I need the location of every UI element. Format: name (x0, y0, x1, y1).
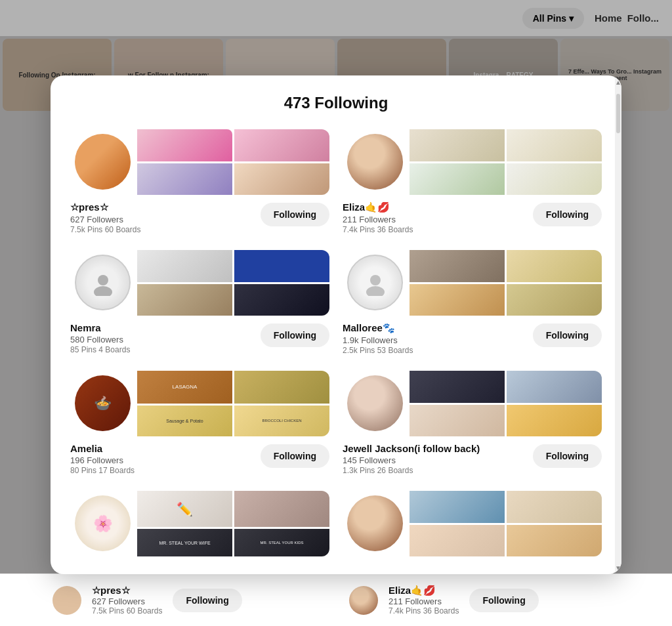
user5-preview-img-4: BROCCOLI CHICKEN (234, 406, 329, 437)
bottom-username-2: Eliza🤙💋 (388, 585, 459, 596)
modal-content[interactable]: ☆pres☆ 627 Followers 7.5k Pins 60 Boards… (51, 123, 621, 574)
user3-preview-img-2 (234, 250, 329, 282)
user6-username: Jewell Jackson(i follow back) (343, 443, 480, 454)
user3-username: Nemra (70, 322, 130, 333)
user6-following-button[interactable]: Following (533, 444, 602, 468)
scrollbar[interactable]: ▲ ▼ (615, 75, 621, 574)
user2-following-button[interactable]: Following (533, 203, 602, 226)
bottom-followers-1: 627 Followers (92, 596, 162, 606)
modal-header: 473 Following (51, 75, 621, 123)
user7-preview-img-1: ✏️ (137, 491, 232, 527)
bottom-user-card-2: Eliza🤙💋 211 Followers 7.4k Pins 36 Board… (349, 585, 620, 616)
bottom-username-1: ☆pres☆ (92, 585, 162, 596)
user5-following-button[interactable]: Following (261, 444, 329, 468)
bottom-stats-2: 7.4k Pins 36 Boards (388, 606, 459, 616)
user-card-7: 🌸 ✏️ MR. STEAL YOUR WIFE MR. STEAL YOUR … (70, 491, 329, 563)
user6-followers: 145 Followers (343, 455, 480, 465)
user-preview-1 (70, 129, 329, 195)
user4-info: Malloree🐾 1.9k Followers 2.5k Pins 53 Bo… (343, 322, 413, 355)
modal-title: 473 Following (284, 94, 388, 112)
user5-preview-img-1: LASAGNA (137, 371, 232, 404)
user4-followers: 1.9k Followers (343, 335, 413, 345)
user-card-4: Malloree🐾 1.9k Followers 2.5k Pins 53 Bo… (343, 250, 602, 355)
user8-avatar (347, 495, 403, 551)
svg-point-2 (370, 275, 381, 285)
user-card-3: Nemra 580 Followers 85 Pins 4 Boards Fol… (70, 250, 329, 355)
user5-info: Amelia 196 Followers 80 Pins 17 Boards (70, 443, 135, 475)
user5-stats: 80 Pins 17 Boards (70, 466, 135, 475)
bottom-following-btn-1[interactable]: Following (173, 589, 242, 612)
scroll-down-arrow[interactable]: ▼ (612, 561, 621, 574)
user1-preview-img-4 (234, 163, 329, 196)
user-preview-2 (343, 129, 602, 195)
user4-preview-img-1 (410, 250, 505, 282)
user6-preview-img-4 (507, 405, 602, 437)
user-preview-7: 🌸 ✏️ MR. STEAL YOUR WIFE MR. STEAL YOUR … (70, 491, 329, 556)
user3-preview-images (137, 250, 329, 316)
bottom-stats-1: 7.5k Pins 60 Boards (92, 606, 162, 616)
user1-preview-img-3 (137, 163, 232, 196)
user4-preview-img-3 (410, 284, 505, 316)
user-card-6: Jewell Jackson(i follow back) 145 Follow… (343, 371, 602, 475)
user2-preview-img-4 (507, 163, 602, 196)
user8-preview-img-1 (410, 491, 505, 523)
user3-preview-img-3 (137, 284, 232, 316)
user1-preview-img-1 (137, 129, 232, 161)
user4-following-button[interactable]: Following (533, 323, 602, 347)
svg-point-3 (366, 286, 385, 296)
user4-footer: Malloree🐾 1.9k Followers 2.5k Pins 53 Bo… (343, 322, 602, 355)
user-card-8 (343, 491, 602, 563)
user7-preview-img-3: MR. STEAL YOUR WIFE (137, 529, 232, 556)
user3-stats: 85 Pins 4 Boards (70, 345, 130, 354)
user2-preview-img-2 (507, 129, 602, 161)
user2-followers: 211 Followers (343, 215, 413, 224)
user-preview-4 (343, 250, 602, 316)
bottom-user-card-1: ☆pres☆ 627 Followers 7.5k Pins 60 Boards… (52, 585, 323, 616)
user2-preview-img-3 (410, 163, 505, 196)
bottom-following-btn-2[interactable]: Following (469, 589, 538, 612)
user3-preview-img-1 (137, 250, 232, 282)
user1-followers: 627 Followers (70, 215, 140, 224)
user4-preview-images (410, 250, 602, 316)
user2-footer: Eliza🤙💋 211 Followers 7.4k Pins 36 Board… (343, 201, 602, 234)
user5-footer: Amelia 196 Followers 80 Pins 17 Boards F… (70, 443, 329, 475)
user3-info: Nemra 580 Followers 85 Pins 4 Boards (70, 322, 130, 354)
user8-preview-img-3 (410, 525, 505, 557)
user6-preview-images (410, 371, 602, 436)
user5-avatar: 🍲 (75, 375, 131, 431)
user-card-5: 🍲 LASAGNA Sausage & Potato BROCCOLI CHIC… (70, 371, 329, 475)
user5-username: Amelia (70, 443, 135, 454)
user8-preview-img-4 (507, 525, 602, 557)
user6-avatar (347, 375, 403, 431)
user1-avatar (75, 134, 131, 190)
user2-stats: 7.4k Pins 36 Boards (343, 225, 413, 234)
user6-stats: 1.3k Pins 26 Boards (343, 466, 480, 475)
user7-avatar: 🌸 (75, 495, 131, 551)
user3-preview-img-4 (234, 284, 329, 316)
user4-username: Malloree🐾 (343, 322, 413, 334)
user2-info: Eliza🤙💋 211 Followers 7.4k Pins 36 Board… (343, 201, 413, 234)
user8-preview-img-2 (507, 491, 602, 523)
user2-preview-img-1 (410, 129, 505, 161)
user7-preview-img-4: MR. STEAL YOUR KIDS (234, 529, 329, 556)
user4-preview-img-2 (507, 250, 602, 282)
user5-preview-img-3: Sausage & Potato (137, 406, 232, 437)
user1-preview-img-2 (234, 129, 329, 161)
user1-following-button[interactable]: Following (261, 203, 329, 226)
following-modal: ▲ ▼ 473 Following (51, 75, 621, 574)
user2-preview-images (410, 129, 602, 195)
user5-followers: 196 Followers (70, 455, 135, 465)
user6-preview-img-2 (507, 371, 602, 403)
users-grid: ☆pres☆ 627 Followers 7.5k Pins 60 Boards… (70, 129, 602, 563)
user7-preview-img-2 (234, 491, 329, 527)
bottom-followers-2: 211 Followers (388, 596, 459, 606)
user-preview-6 (343, 371, 602, 436)
user3-avatar (75, 255, 131, 310)
user6-footer: Jewell Jackson(i follow back) 145 Follow… (343, 443, 602, 475)
bottom-user-info-2: Eliza🤙💋 211 Followers 7.4k Pins 36 Board… (388, 585, 459, 616)
user1-info: ☆pres☆ 627 Followers 7.5k Pins 60 Boards (70, 201, 140, 234)
user3-following-button[interactable]: Following (261, 323, 329, 347)
bottom-avatar-1 (52, 586, 81, 615)
user-card-2: Eliza🤙💋 211 Followers 7.4k Pins 36 Board… (343, 129, 602, 234)
user3-followers: 580 Followers (70, 335, 130, 344)
